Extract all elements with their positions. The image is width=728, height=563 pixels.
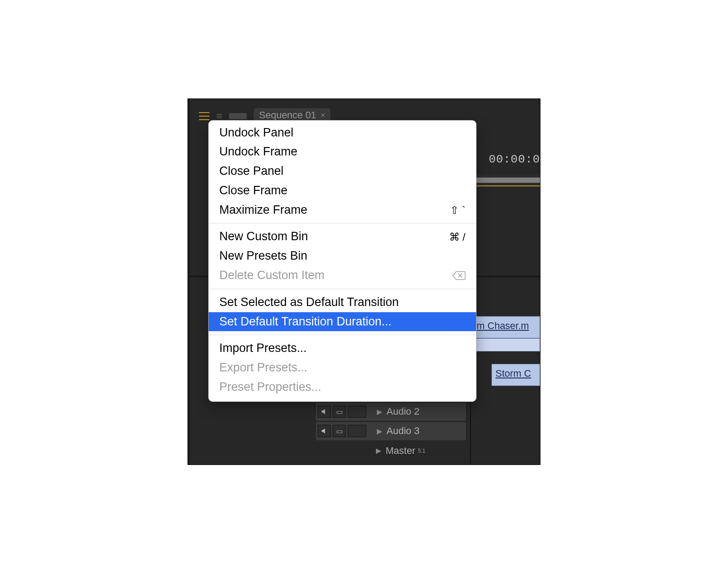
- menu-item[interactable]: Close Frame: [209, 181, 476, 200]
- speaker-icon[interactable]: [318, 425, 331, 437]
- track-toggle-icon[interactable]: ▭: [333, 405, 346, 418]
- menu-item-label: Import Presets...: [219, 340, 307, 357]
- menu-item-label: Set Default Transition Duration...: [219, 314, 391, 330]
- menu-separator: [209, 335, 476, 335]
- speaker-icon[interactable]: [318, 405, 331, 418]
- expand-icon[interactable]: ▶: [376, 446, 381, 455]
- menu-item[interactable]: Undock Frame: [209, 142, 476, 162]
- menu-item-label: New Presets Bin: [219, 248, 308, 264]
- menu-item[interactable]: New Presets Bin: [209, 246, 476, 266]
- menu-item[interactable]: Set Default Transition Duration...: [209, 312, 476, 332]
- sequence-tab-label: Sequence 01: [259, 110, 316, 121]
- menu-item-label: Delete Custom Item: [219, 267, 325, 284]
- menu-item-label: Undock Panel: [219, 125, 293, 141]
- menu-separator: [209, 223, 476, 223]
- panel-grip-icon[interactable]: [217, 114, 222, 118]
- menu-item-shortcut: ⌘ /: [449, 230, 465, 245]
- track-header-audio3[interactable]: ▭ ▶ Audio 3: [316, 422, 466, 441]
- menu-item-label: Set Selected as Default Transition: [219, 294, 399, 311]
- track-label: Audio 2: [387, 406, 420, 417]
- track-lock-icon[interactable]: [348, 425, 366, 437]
- track-toggle-icon[interactable]: ▭: [333, 425, 346, 437]
- clip-label: Storm C: [495, 368, 531, 379]
- menu-item-label: Export Presets...: [219, 359, 308, 376]
- menu-separator: [209, 289, 476, 289]
- track-header-audio2[interactable]: ▭ ▶ Audio 2: [316, 403, 466, 421]
- menu-item[interactable]: Maximize Frame⇧ `: [209, 200, 476, 220]
- close-icon[interactable]: ×: [321, 111, 326, 120]
- menu-item[interactable]: Close Panel: [209, 162, 476, 181]
- audio-clip[interactable]: Storm C: [492, 364, 540, 386]
- expand-icon[interactable]: ▶: [377, 427, 382, 435]
- menu-item: Export Presets...: [209, 358, 476, 378]
- menu-item-label: Maximize Frame: [219, 202, 308, 219]
- menu-item[interactable]: Undock Panel: [209, 123, 476, 143]
- expand-icon[interactable]: ▶: [377, 408, 382, 416]
- panel-menu-icon[interactable]: [199, 112, 210, 120]
- menu-item: Preset Properties...: [209, 378, 476, 397]
- panel-drag-handle[interactable]: [229, 113, 247, 119]
- timeline-timecode: 00:00:0: [489, 153, 540, 166]
- app-window: Sequence 01 × 00:00:0 rm Chaser.m Storm …: [188, 98, 540, 465]
- menu-item[interactable]: Set Selected as Default Transition: [209, 293, 476, 312]
- panel-border: [188, 99, 190, 465]
- menu-item-label: Close Frame: [219, 182, 288, 199]
- master-channel-badge: 5.1: [418, 448, 425, 454]
- track-label: Master: [386, 445, 415, 457]
- menu-item-label: New Custom Bin: [219, 228, 308, 245]
- menu-item-shortcut: [452, 271, 465, 280]
- menu-item: Delete Custom Item: [209, 266, 476, 285]
- menu-item[interactable]: Import Presets...: [209, 339, 476, 358]
- menu-item-label: Close Panel: [219, 163, 284, 180]
- menu-item-shortcut: ⇧ `: [450, 203, 465, 218]
- menu-item[interactable]: New Custom Bin⌘ /: [209, 227, 476, 246]
- video-clip[interactable]: rm Chaser.m: [469, 316, 540, 351]
- track-label: Audio 3: [387, 425, 420, 437]
- menu-item-label: Undock Frame: [219, 144, 297, 160]
- track-lock-icon[interactable]: [348, 405, 366, 418]
- panel-context-menu: Undock PanelUndock FrameClose PanelClose…: [208, 120, 477, 402]
- clip-label: rm Chaser.m: [473, 320, 529, 331]
- menu-item-label: Preset Properties...: [219, 379, 321, 396]
- track-header-master[interactable]: ▶ Master 5.1: [316, 442, 466, 460]
